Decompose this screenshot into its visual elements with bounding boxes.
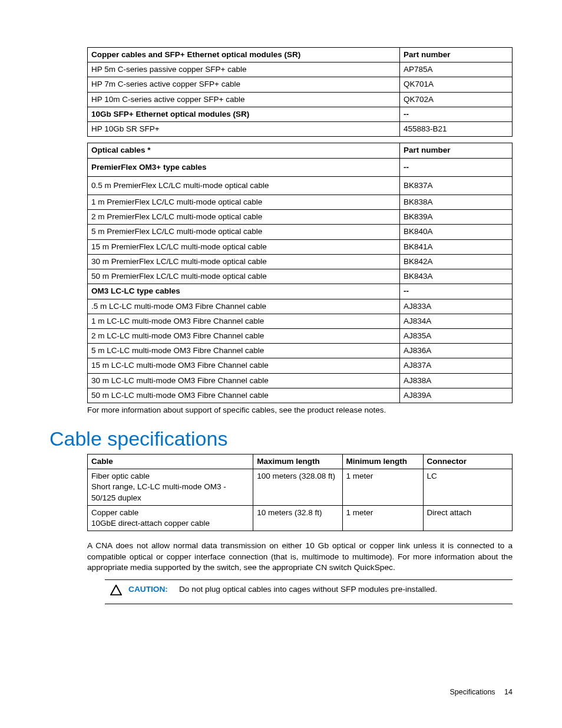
table-cell: 1 meter	[342, 469, 423, 506]
caution-block: CAUTION: Do not plug optical cables into…	[105, 579, 513, 604]
caution-text: Do not plug optical cables into cages wi…	[179, 585, 437, 594]
table-cell: 1 m PremierFlex LC/LC multi-mode optical…	[88, 195, 400, 209]
table-cell: --	[399, 284, 512, 299]
table-cell: BK840A	[399, 225, 512, 239]
table-cell: 1 meter	[342, 505, 423, 531]
table-cell: HP 5m C-series passive copper SFP+ cable	[88, 62, 400, 77]
table-cell: BK841A	[399, 239, 512, 254]
table-cell: BK842A	[399, 254, 512, 269]
table-cell: 1 m LC-LC multi-mode OM3 Fibre Channel c…	[88, 314, 400, 328]
table-cell: AJ834A	[399, 314, 512, 328]
table-cell: HP 10m C-series active copper SFP+ cable	[88, 92, 400, 107]
table-cell: AJ839A	[399, 388, 512, 403]
table3-header-3: Connector	[423, 454, 512, 469]
table-cell: PremierFlex OM3+ type cables	[88, 158, 400, 176]
table-cell: QK702A	[399, 92, 512, 107]
table1-header-1: Part number	[399, 48, 512, 62]
table-cell: 30 m LC-LC multi-mode OM3 Fibre Channel …	[88, 373, 400, 388]
table-cell: 10Gb SFP+ Ethernet optical modules (SR)	[88, 107, 400, 121]
table-cell: BK839A	[399, 210, 512, 225]
table-cell: AP785A	[399, 62, 512, 77]
table-cell: 50 m LC-LC multi-mode OM3 Fibre Channel …	[88, 388, 400, 403]
table-cell: 100 meters (328.08 ft)	[253, 469, 342, 506]
table-cell: BK837A	[399, 176, 512, 195]
table-cell: 5 m LC-LC multi-mode OM3 Fibre Channel c…	[88, 344, 400, 358]
table-cell: QK701A	[399, 77, 512, 92]
table-cell: 10 meters (32.8 ft)	[253, 505, 342, 531]
table-cell: AJ838A	[399, 373, 512, 388]
copper-sfp-table: Copper cables and SFP+ Ethernet optical …	[87, 47, 513, 137]
optical-cables-table: Optical cables * Part number PremierFlex…	[87, 143, 513, 403]
table-cell: 455883-B21	[399, 122, 512, 137]
table-cell: AJ836A	[399, 344, 512, 358]
caution-triangle-icon	[110, 587, 122, 597]
table-cell: --	[399, 107, 512, 121]
table3-header-0: Cable	[88, 454, 253, 469]
table-cell: 2 m LC-LC multi-mode OM3 Fibre Channel c…	[88, 328, 400, 343]
table-cell: .5 m LC-LC multi-mode OM3 Fibre Channel …	[88, 299, 400, 314]
table-cell: HP 7m C-series active copper SFP+ cable	[88, 77, 400, 92]
table-cell: 30 m PremierFlex LC/LC multi-mode optica…	[88, 254, 400, 269]
footer-section-label: Specifications	[449, 688, 495, 696]
table-cell: Copper cable10GbE direct-attach copper c…	[88, 505, 253, 531]
table-cell: 0.5 m PremierFlex LC/LC multi-mode optic…	[88, 176, 400, 195]
table-cell: 15 m PremierFlex LC/LC multi-mode optica…	[88, 239, 400, 254]
table-cell: BK843A	[399, 269, 512, 284]
table-cell: 5 m PremierFlex LC/LC multi-mode optical…	[88, 225, 400, 239]
table-cell: HP 10Gb SR SFP+	[88, 122, 400, 137]
page-footer: Specifications 14	[449, 688, 513, 696]
table-cell: LC	[423, 469, 512, 506]
table2-header-0: Optical cables *	[88, 143, 400, 158]
cable-specifications-table: CableMaximum lengthMinimum lengthConnect…	[87, 454, 513, 531]
table3-header-2: Minimum length	[342, 454, 423, 469]
table-cell: AJ833A	[399, 299, 512, 314]
cable-specifications-heading: Cable specifications	[49, 427, 513, 450]
table-cell: BK838A	[399, 195, 512, 209]
table2-header-1: Part number	[399, 143, 512, 158]
table-cell: Fiber optic cableShort range, LC-LC mult…	[88, 469, 253, 506]
optical-cables-footnote: For more information about support of sp…	[87, 406, 513, 414]
table-cell: 15 m LC-LC multi-mode OM3 Fibre Channel …	[88, 358, 400, 373]
table1-header-0: Copper cables and SFP+ Ethernet optical …	[88, 48, 400, 62]
table3-header-1: Maximum length	[253, 454, 342, 469]
table-cell: 50 m PremierFlex LC/LC multi-mode optica…	[88, 269, 400, 284]
caution-label: CAUTION:	[128, 585, 168, 594]
table-cell: 2 m PremierFlex LC/LC multi-mode optical…	[88, 210, 400, 225]
table-cell: Direct attach	[423, 505, 512, 531]
table-cell: --	[399, 158, 512, 176]
footer-page-number: 14	[504, 688, 513, 696]
cna-paragraph: A CNA does not allow normal data transmi…	[87, 541, 513, 573]
table-cell: OM3 LC-LC type cables	[88, 284, 400, 299]
table-cell: AJ837A	[399, 358, 512, 373]
table-cell: AJ835A	[399, 328, 512, 343]
